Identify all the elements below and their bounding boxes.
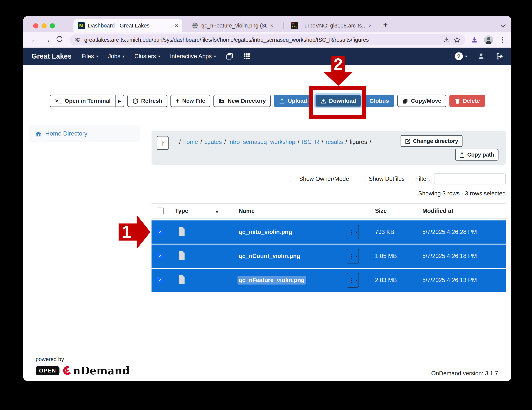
- help-menu[interactable]: ? ▾: [455, 52, 467, 60]
- main-content: >_ Open in Terminal ▸ Refresh + New File: [23, 65, 511, 381]
- tab-title: qc_nFeature_violin.png (360: [201, 23, 267, 29]
- tab-turbovnc[interactable]: VNC TurboVNC: gl3108.arc-ts.umi ×: [287, 19, 376, 32]
- chevron-down-icon: ▾: [214, 54, 216, 59]
- open-in-terminal-button[interactable]: >_ Open in Terminal: [50, 95, 115, 107]
- change-directory-button[interactable]: Change directory: [400, 135, 463, 147]
- profile-avatar[interactable]: [484, 35, 493, 44]
- my-sessions-icon[interactable]: [226, 52, 233, 60]
- breadcrumb-link[interactable]: results: [326, 138, 343, 145]
- toolbar-divider: [36, 112, 341, 112]
- minimize-window-button[interactable]: [41, 23, 47, 29]
- menu-interactive-apps[interactable]: Interactive Apps▾: [170, 53, 216, 60]
- version-text: OnDemand version: 3.1.7: [431, 370, 498, 377]
- bookmark-star-icon[interactable]: [454, 37, 460, 43]
- kebab-icon: ⋮: [349, 253, 354, 259]
- close-icon[interactable]: ×: [270, 22, 274, 29]
- edit-icon: [405, 138, 411, 144]
- file-name: qc_nFeature_violin.png: [232, 277, 347, 283]
- user-icon[interactable]: [477, 52, 485, 60]
- file-icon: [178, 226, 215, 238]
- globus-button[interactable]: Globus: [364, 95, 394, 107]
- sidebar-item-home-directory[interactable]: Home Directory: [29, 125, 140, 142]
- tab-separator: [283, 22, 284, 29]
- kebab-icon: ⋮: [349, 229, 354, 235]
- column-size[interactable]: Size: [375, 207, 422, 214]
- breadcrumb-link[interactable]: cgates: [205, 138, 222, 145]
- select-all-checkbox[interactable]: [157, 207, 164, 214]
- copy-move-button[interactable]: Copy/Move: [397, 95, 446, 107]
- powered-by-text: powered by: [36, 356, 130, 362]
- up-directory-button[interactable]: ↑: [157, 136, 169, 150]
- upload-button[interactable]: Upload: [274, 95, 312, 107]
- reload-button[interactable]: [54, 36, 65, 44]
- breadcrumb-link[interactable]: home: [183, 138, 198, 145]
- column-type[interactable]: Type: [175, 207, 215, 214]
- files-main: ↑ / home / cgates / intro_scrnaseq_works…: [152, 125, 506, 293]
- breadcrumb-link[interactable]: ISC_R: [302, 138, 319, 145]
- copy-path-button[interactable]: Copy path: [455, 149, 498, 161]
- show-owner-mode-checkbox[interactable]: [290, 176, 296, 182]
- table-row[interactable]: ✓ qc_nCount_violin.png ⋮ ▾ 1.05 MB: [152, 244, 506, 268]
- browser-tab-strip: M Dashboard - Great Lakes × qc_nFeature_…: [23, 16, 511, 32]
- refresh-button[interactable]: Refresh: [127, 95, 167, 107]
- new-tab-button[interactable]: +: [383, 20, 388, 29]
- row-checkbox[interactable]: ✓: [157, 229, 163, 235]
- show-dotfiles-checkbox[interactable]: [360, 176, 366, 182]
- home-icon: [35, 130, 42, 137]
- question-icon: ?: [455, 52, 463, 60]
- row-menu-button[interactable]: ⋮ ▾: [347, 225, 359, 239]
- menu-files[interactable]: Files▾: [82, 53, 98, 60]
- new-directory-button[interactable]: New Directory: [213, 95, 271, 107]
- menu-jobs[interactable]: Jobs▾: [108, 53, 125, 60]
- new-file-button[interactable]: + New File: [171, 95, 210, 107]
- url-text[interactable]: greatlakes.arc-ts.umich.edu/pun/sys/dash…: [84, 37, 440, 43]
- download-button[interactable]: Download: [315, 95, 361, 107]
- row-menu-button[interactable]: ⋮ ▾: [347, 249, 359, 264]
- screenshot-stage: M Dashboard - Great Lakes × qc_nFeature_…: [0, 0, 532, 410]
- path-panel: ↑ / home / cgates / intro_scrnaseq_works…: [152, 131, 506, 165]
- breadcrumb-link[interactable]: intro_scrnaseq_workshop: [228, 138, 295, 145]
- column-name[interactable]: Name: [232, 207, 347, 214]
- forward-button[interactable]: →: [41, 36, 52, 44]
- back-button[interactable]: ←: [29, 36, 40, 44]
- browser-menu-icon[interactable]: ⋮: [499, 36, 506, 44]
- app-navbar: Great Lakes Files▾ Jobs▾ Clusters▾ Inter…: [23, 48, 511, 65]
- zoom-window-button[interactable]: [50, 23, 55, 29]
- sort-asc-icon[interactable]: ▲: [215, 208, 232, 214]
- column-modified[interactable]: Modified at: [422, 207, 506, 214]
- globe-icon: [192, 22, 198, 29]
- filter-input[interactable]: [434, 174, 506, 185]
- downloads-active-icon[interactable]: [471, 36, 478, 44]
- file-action-toolbar: >_ Open in Terminal ▸ Refresh + New File: [23, 95, 511, 107]
- file-modified: 5/7/2025 4:26:28 PM: [422, 229, 506, 235]
- close-icon[interactable]: ×: [368, 22, 372, 29]
- tune-icon[interactable]: [75, 37, 80, 43]
- open-ondemand-logo[interactable]: OPEN nDemand: [36, 364, 130, 377]
- brand-great-lakes[interactable]: Great Lakes: [32, 52, 72, 60]
- address-bar[interactable]: greatlakes.arc-ts.umich.edu/pun/sys/dash…: [69, 34, 465, 45]
- menu-clusters[interactable]: Clusters▾: [134, 53, 160, 60]
- table-row[interactable]: ✓ qc_mito_violin.png ⋮ ▾ 793 KB 5/: [152, 220, 506, 244]
- file-name: qc_mito_violin.png: [232, 229, 347, 235]
- tab-image-viewer[interactable]: qc_nFeature_violin.png (360 ×: [188, 19, 278, 32]
- row-checkbox[interactable]: ✓: [157, 277, 163, 283]
- check-icon: ✓: [158, 229, 162, 235]
- all-apps-grid-icon[interactable]: [243, 53, 250, 60]
- rows-summary: Showing 3 rows - 3 rows selected: [152, 190, 506, 197]
- open-in-terminal-caret-button[interactable]: ▸: [115, 95, 124, 107]
- close-window-button[interactable]: [33, 23, 38, 29]
- close-icon[interactable]: ×: [175, 22, 178, 29]
- download-page-icon[interactable]: [444, 37, 450, 43]
- tab-search-chevron-icon[interactable]: [501, 22, 506, 27]
- copy-icon: [402, 98, 408, 104]
- refresh-icon: [132, 98, 138, 104]
- tab-dashboard[interactable]: M Dashboard - Great Lakes ×: [74, 19, 182, 32]
- row-checkbox[interactable]: ✓: [157, 253, 163, 259]
- turbovnc-favicon-icon: VNC: [291, 22, 298, 29]
- umich-favicon-icon: M: [78, 22, 85, 29]
- delete-button[interactable]: Delete: [449, 95, 485, 107]
- logout-icon[interactable]: [495, 52, 503, 60]
- chevron-down-icon: ▾: [158, 54, 160, 59]
- row-menu-button[interactable]: ⋮ ▾: [347, 273, 359, 288]
- table-row[interactable]: ✓ qc_nFeature_violin.png ⋮ ▾ 2.03 MB: [152, 269, 506, 292]
